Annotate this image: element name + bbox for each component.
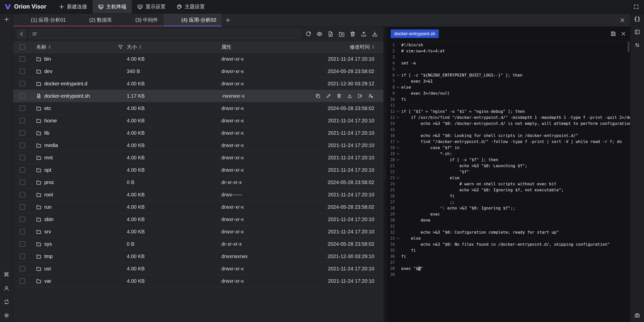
fold-chevron-icon[interactable] xyxy=(395,84,401,90)
file-row[interactable]: media 4.00 KB drwxr-xr-x 2021-11-24 17:2… xyxy=(13,139,383,152)
file-row[interactable]: srv 4.00 KB drwxr-xr-x 2021-11-24 17:20:… xyxy=(13,226,383,238)
row-checkbox[interactable] xyxy=(20,118,25,123)
file-row[interactable]: root 4.00 KB drwx------ 2021-11-24 17:20… xyxy=(13,189,383,201)
fold-chevron-icon[interactable] xyxy=(395,72,401,78)
editor-close-icon[interactable] xyxy=(621,31,626,37)
back-button[interactable] xyxy=(17,29,26,39)
fold-chevron-icon[interactable] xyxy=(395,235,401,241)
delete-icon[interactable] xyxy=(350,31,356,37)
file-row[interactable]: bin 4.00 KB drwxr-xr-x 2021-11-24 17:20:… xyxy=(13,53,383,65)
editor-scrollbar[interactable] xyxy=(628,42,629,52)
add-tab-icon[interactable] xyxy=(222,14,234,26)
permission-icon[interactable] xyxy=(368,93,373,98)
braces-icon[interactable]: {} xyxy=(634,16,641,22)
row-checkbox[interactable] xyxy=(20,68,25,74)
delete-icon[interactable] xyxy=(337,93,342,98)
row-checkbox[interactable] xyxy=(20,266,25,271)
file-row[interactable]: home 4.00 KB drwxr-xr-x 2021-11-24 17:20… xyxy=(13,115,383,127)
column-mtime[interactable]: 修改时间 xyxy=(322,44,383,50)
terminal-tab-4[interactable]: (4) 应用-分析02 xyxy=(164,14,221,26)
new-folder-icon[interactable] xyxy=(339,31,345,37)
download-icon[interactable] xyxy=(372,31,378,37)
sort-size-icon[interactable] xyxy=(139,45,141,49)
sync-icon[interactable] xyxy=(4,299,9,305)
file-row[interactable]: dev 340 B drwxr-xr-x 2024-05-28 23:58:02 xyxy=(13,65,383,78)
editor-file-tab[interactable]: docker-entrypoint.sh xyxy=(391,29,439,38)
panel-resize-handle[interactable] xyxy=(383,27,387,322)
edit-icon[interactable] xyxy=(326,93,331,98)
row-checkbox[interactable] xyxy=(20,155,25,160)
fullscreen-icon[interactable] xyxy=(633,4,639,10)
row-checkbox[interactable] xyxy=(20,56,25,62)
fold-chevron-icon[interactable] xyxy=(395,157,401,163)
row-checkbox[interactable] xyxy=(20,81,25,86)
row-checkbox[interactable] xyxy=(20,167,25,173)
save-icon[interactable] xyxy=(611,31,616,37)
terminal-tab-2[interactable]: (2) 数据库 xyxy=(71,14,117,26)
terminal-tab-1[interactable]: (1) 应用-分析01 xyxy=(13,14,71,26)
column-name[interactable]: 名称 xyxy=(31,44,127,50)
file-row[interactable]: proc 0 B dr-xr-xr-x 2024-05-28 23:58:02 xyxy=(13,176,383,189)
row-checkbox[interactable] xyxy=(20,229,25,234)
row-checkbox[interactable] xyxy=(20,192,25,197)
command-icon[interactable]: ⌘ xyxy=(4,272,9,277)
user-icon[interactable] xyxy=(4,285,9,291)
row-checkbox[interactable] xyxy=(20,105,25,111)
fold-chevron-icon[interactable] xyxy=(395,145,401,151)
file-row[interactable]: var 4.00 KB drwxr-xr-x 2021-11-24 17:20:… xyxy=(13,275,383,287)
fold-chevron-icon[interactable] xyxy=(395,109,401,115)
row-checkbox[interactable] xyxy=(20,142,25,148)
terminal-tab-3[interactable]: (3) 中间件 xyxy=(117,14,163,26)
select-all-checkbox[interactable] xyxy=(20,44,25,50)
settings-gear-icon[interactable] xyxy=(4,313,9,318)
row-checkbox[interactable] xyxy=(20,130,25,136)
file-row[interactable]: etc 4.00 KB drwxr-xr-x 2024-05-28 23:58:… xyxy=(13,102,383,115)
row-checkbox[interactable] xyxy=(20,254,25,259)
move-icon[interactable] xyxy=(358,93,363,98)
row-checkbox[interactable] xyxy=(20,217,25,222)
row-checkbox[interactable] xyxy=(20,204,25,210)
menu-new-connection[interactable]: 新建连接 xyxy=(53,0,93,13)
path-input[interactable] xyxy=(29,29,301,39)
file-row[interactable]: mnt 4.00 KB drwxr-xr-x 2021-11-24 17:20:… xyxy=(13,152,383,164)
file-row[interactable]: lib 4.00 KB drwxr-xr-x 2021-11-24 17:20:… xyxy=(13,127,383,139)
fold-chevron-icon[interactable] xyxy=(395,151,401,157)
new-panel-icon[interactable] xyxy=(4,17,9,22)
fold-chevron-icon[interactable] xyxy=(395,175,401,181)
download-icon[interactable] xyxy=(347,93,352,98)
filter-icon[interactable] xyxy=(118,44,123,50)
row-checkbox[interactable] xyxy=(20,241,25,247)
screenshot-camera-icon[interactable] xyxy=(634,313,640,318)
sort-mtime-icon[interactable] xyxy=(372,45,374,49)
row-checkbox[interactable] xyxy=(20,93,25,99)
upload-icon[interactable] xyxy=(361,31,367,37)
code-line: 35 fi xyxy=(388,247,630,254)
code-line: 37 xyxy=(388,260,630,266)
file-row[interactable]: run 4.00 KB drwxr-xr-x 2024-05-28 23:58:… xyxy=(13,201,383,213)
show-hidden-icon[interactable] xyxy=(316,31,323,37)
refresh-icon[interactable] xyxy=(305,31,311,37)
row-checkbox[interactable] xyxy=(20,278,25,284)
close-all-tabs-icon[interactable] xyxy=(615,14,630,26)
fold-chevron-icon[interactable] xyxy=(395,115,401,121)
code-editor[interactable]: 1 #!/bin/sh 2 # vim:sw=4:ts=4:et 3 4 set… xyxy=(387,41,630,322)
sort-name-icon[interactable] xyxy=(48,45,51,49)
file-row[interactable]: sbin 4.00 KB drwxr-xr-x 2021-11-24 17:20… xyxy=(13,213,383,226)
file-row[interactable]: docker-entrypoint.sh 1.17 KB -rwxrwxr-x xyxy=(13,90,383,102)
code-line: 34 echo >&3 "$0: No files found in /dock… xyxy=(388,241,630,247)
file-row[interactable]: opt 4.00 KB drwxr-xr-x 2021-11-24 17:20:… xyxy=(13,164,383,176)
fold-chevron-icon[interactable] xyxy=(395,139,401,145)
file-row[interactable]: tmp 4.00 KB drwxrwxrwx 2021-12-30 03:29:… xyxy=(13,250,383,263)
copy-path-icon[interactable] xyxy=(315,93,320,98)
menu-theme-settings[interactable]: 主题设置 xyxy=(171,0,210,13)
menu-display-settings[interactable]: 显示设置 xyxy=(132,0,171,13)
new-file-icon[interactable] xyxy=(328,31,334,37)
panel-toggle-icon[interactable] xyxy=(634,29,640,35)
file-row[interactable]: sys 0 B dr-xr-xr-x 2024-05-28 23:58:02 xyxy=(13,238,383,250)
menu-host-terminal[interactable]: 主机终端 xyxy=(93,0,132,13)
file-row[interactable]: docker-entrypoint.d 4.00 KB drwxr-xr-x 2… xyxy=(13,78,383,90)
sort-updown-icon[interactable] xyxy=(634,42,640,48)
column-size[interactable]: 大小 xyxy=(127,44,221,50)
row-checkbox[interactable] xyxy=(20,180,25,185)
file-row[interactable]: usr 4.00 KB drwxr-xr-x 2021-11-24 17:20:… xyxy=(13,263,383,275)
